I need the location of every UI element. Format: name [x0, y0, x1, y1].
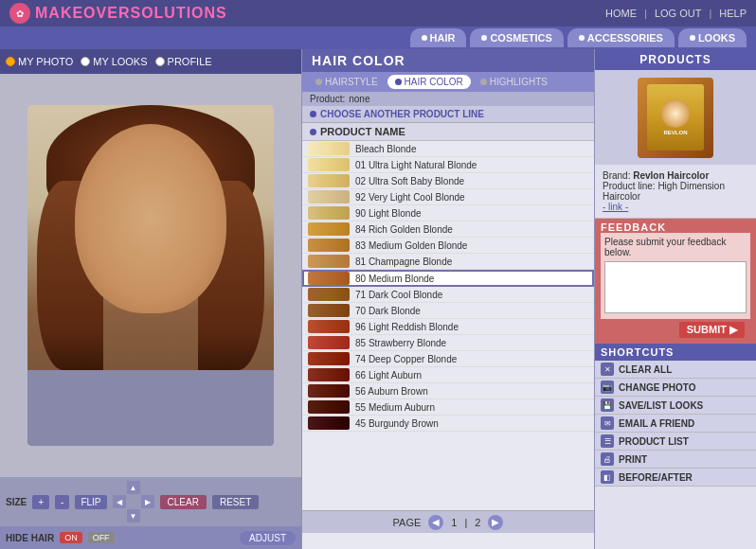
shortcut-item-0[interactable]: ✕CLEAR ALL	[595, 361, 756, 379]
prev-page-button[interactable]: ◀	[428, 515, 443, 530]
center-title: HAIR COLOR	[302, 49, 594, 72]
brand-label: Brand:	[603, 170, 630, 181]
color-row-8[interactable]: 80 Medium Blonde	[302, 270, 594, 287]
color-swatch-7	[308, 255, 350, 268]
shortcut-icon-4: ☰	[601, 434, 614, 448]
shortcut-item-4[interactable]: ☰PRODUCT LIST	[595, 433, 756, 451]
nav-tab-accessories[interactable]: ACCESSORIES	[567, 28, 675, 47]
sub-tabs: HAIRSTYLE HAIR COLOR HIGHLIGHTS	[302, 72, 594, 92]
product-image-area: REVLON	[595, 70, 756, 165]
clear-button[interactable]: CLEAR	[160, 495, 207, 509]
my-photo-nav[interactable]: MY PHOTO	[6, 56, 73, 67]
color-row-3[interactable]: 92 Very Light Cool Blonde	[302, 189, 594, 205]
shortcut-item-6[interactable]: ◧BEFORE/AFTER	[595, 469, 756, 487]
color-name-15: 56 Auburn Brown	[355, 386, 428, 397]
color-row-11[interactable]: 96 Light Reddish Blonde	[302, 319, 594, 335]
size-plus-button[interactable]: +	[32, 495, 49, 509]
color-row-15[interactable]: 56 Auburn Brown	[302, 383, 594, 399]
move-up-button[interactable]: ▲	[127, 481, 140, 494]
color-swatch-6	[308, 239, 350, 252]
color-name-10: 70 Dark Blonde	[355, 306, 421, 316]
color-row-13[interactable]: 74 Deep Copper Blonde	[302, 351, 594, 367]
color-row-0[interactable]: Bleach Blonde	[302, 141, 594, 157]
help-link[interactable]: HELP	[719, 8, 747, 19]
move-right-button[interactable]: ▶	[141, 495, 154, 508]
product-link[interactable]: - link -	[603, 202, 628, 212]
color-name-11: 96 Light Reddish Blonde	[355, 322, 459, 332]
photo-area	[0, 74, 301, 477]
radio-profile	[155, 57, 165, 66]
tab-hair-color[interactable]: HAIR COLOR	[387, 75, 471, 89]
color-row-14[interactable]: 66 Light Auburn	[302, 367, 594, 383]
color-row-5[interactable]: 84 Rich Golden Blonde	[302, 221, 594, 238]
feedback-section: FEEDBACK Please submit your feedback bel…	[595, 219, 756, 344]
product-inner: REVLON	[647, 84, 704, 151]
choose-product-button[interactable]: CHOOSE ANOTHER PRODUCT LINE	[302, 106, 594, 123]
color-name-1: 01 Ultra Light Natural Blonde	[355, 160, 477, 170]
hide-hair-label: HIDE HAIR	[6, 533, 54, 543]
adjust-button[interactable]: ADJUST	[240, 531, 296, 545]
color-row-16[interactable]: 55 Medium Auburn	[302, 399, 594, 416]
product-box: REVLON	[638, 78, 713, 158]
color-swatch-16	[308, 400, 350, 414]
product-label: Product:	[310, 94, 345, 104]
feedback-textarea[interactable]	[604, 261, 747, 313]
color-row-9[interactable]: 71 Dark Cool Blonde	[302, 287, 594, 303]
radio-my-looks	[81, 57, 90, 66]
my-looks-nav[interactable]: MY LOOKS	[81, 56, 147, 67]
color-row-1[interactable]: 01 Ultra Light Natural Blonde	[302, 157, 594, 173]
nav-tab-looks[interactable]: LOOKS	[678, 28, 747, 47]
color-row-7[interactable]: 81 Champagne Blonde	[302, 254, 594, 270]
color-row-12[interactable]: 85 Strawberry Blonde	[302, 335, 594, 351]
profile-nav[interactable]: PROFILE	[155, 56, 212, 67]
color-row-2[interactable]: 02 Ultra Soft Baby Blonde	[302, 173, 594, 189]
products-title: PRODUCTS	[595, 49, 756, 70]
color-swatch-11	[308, 320, 350, 333]
color-row-10[interactable]: 70 Dark Blonde	[302, 303, 594, 319]
color-swatch-5	[308, 222, 350, 236]
color-row-6[interactable]: 83 Medium Golden Blonde	[302, 238, 594, 254]
submit-button[interactable]: SUBMIT ▶	[679, 322, 745, 338]
shirt	[27, 370, 274, 446]
color-swatch-3	[308, 190, 350, 204]
shortcut-item-3[interactable]: ✉EMAIL A FRIEND	[595, 415, 756, 433]
shortcut-label-4: PRODUCT LIST	[619, 436, 689, 447]
person-photo	[27, 105, 274, 446]
color-row-17[interactable]: 45 Burgundy Brown	[302, 416, 594, 432]
on-toggle-button[interactable]: ON	[60, 532, 82, 543]
dot-hair-color	[395, 79, 402, 85]
page-label: PAGE	[393, 517, 422, 528]
tab-highlights[interactable]: HIGHLIGHTS	[473, 75, 555, 89]
off-toggle-button[interactable]: OFF	[88, 532, 115, 543]
product-line-label: Product line:	[603, 181, 656, 191]
color-name-9: 71 Dark Cool Blonde	[355, 290, 442, 300]
color-swatch-14	[308, 368, 350, 381]
home-link[interactable]: HOME	[605, 8, 637, 19]
nav-dot	[579, 35, 585, 41]
col-dot	[310, 129, 316, 135]
flip-button[interactable]: FLIP	[75, 495, 106, 509]
size-minus-button[interactable]: -	[55, 495, 69, 509]
shortcuts-title: SHORTCUTS	[595, 344, 756, 361]
shortcut-icon-6: ◧	[601, 470, 614, 484]
tab-hairstyle[interactable]: HAIRSTYLE	[308, 75, 386, 89]
nav-tab-cosmetics[interactable]: COSMETICS	[470, 28, 563, 47]
shortcut-item-5[interactable]: 🖨PRINT	[595, 451, 756, 469]
shortcut-items: ✕CLEAR ALL📷CHANGE PHOTO💾SAVE/LIST LOOKS✉…	[595, 361, 756, 487]
color-swatch-0	[308, 142, 350, 155]
submit-bar: SUBMIT ▶	[601, 319, 750, 341]
color-swatch-8	[308, 272, 350, 285]
next-page-button[interactable]: ▶	[488, 515, 503, 530]
color-list[interactable]: Bleach Blonde01 Ultra Light Natural Blon…	[302, 141, 594, 510]
shortcut-item-2[interactable]: 💾SAVE/LIST LOOKS	[595, 397, 756, 415]
nav-tab-hair[interactable]: HAIR	[410, 28, 467, 47]
color-name-3: 92 Very Light Cool Blonde	[355, 192, 465, 203]
size-label: SIZE	[6, 497, 27, 507]
logout-link[interactable]: LOG OUT	[655, 8, 702, 19]
shortcut-item-1[interactable]: 📷CHANGE PHOTO	[595, 379, 756, 397]
move-down-button[interactable]: ▼	[127, 509, 140, 522]
color-name-12: 85 Strawberry Blonde	[355, 338, 446, 348]
reset-button[interactable]: RESET	[212, 495, 259, 509]
move-left-button[interactable]: ◀	[113, 495, 126, 508]
color-row-4[interactable]: 90 Light Blonde	[302, 205, 594, 221]
